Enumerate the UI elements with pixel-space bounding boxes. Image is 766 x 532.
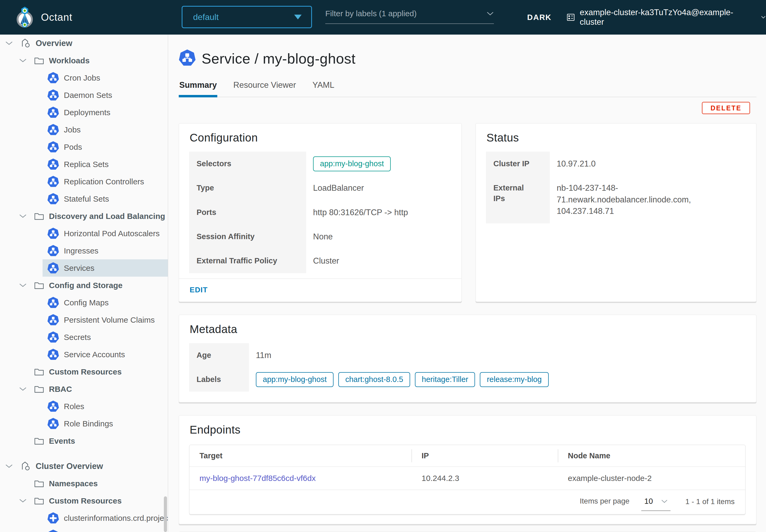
- sidebar-item-clusterinformations-crd-projec[interactable]: clusterinformations.crd.projec: [0, 509, 168, 527]
- daemon-sets-icon: [47, 89, 59, 101]
- status-card: Status Cluster IP10.97.21.0External IPsn…: [476, 123, 756, 302]
- services-icon: [47, 262, 59, 274]
- sidebar-item-stateful-sets[interactable]: Stateful Sets: [0, 190, 168, 207]
- sidebar-item-persistent-volume-claims[interactable]: Persistent Volume Claims: [0, 311, 168, 329]
- chevron-down-icon: [661, 499, 668, 504]
- sidebar-item-rbac[interactable]: RBAC: [0, 380, 168, 398]
- label-badge-heritage-tiller[interactable]: heritage:Tiller: [415, 372, 475, 387]
- stateful-sets-icon: [47, 193, 59, 205]
- sidebar-item-replica-sets[interactable]: Replica Sets: [0, 156, 168, 173]
- role-bindings-icon: [47, 418, 59, 430]
- tab-bar: SummaryResource ViewerYAML: [179, 76, 756, 97]
- sidebar-item-namespaces[interactable]: Namespaces: [0, 475, 168, 492]
- sidebar-item-label: Overview: [36, 39, 72, 48]
- sidebar-item-workloads[interactable]: Workloads: [0, 52, 168, 69]
- sidebar-item-label: Cron Jobs: [64, 73, 100, 82]
- sidebar-item-deployments[interactable]: Deployments: [0, 104, 168, 121]
- selectors-label: Selectors: [189, 152, 306, 176]
- chevron-down-icon[interactable]: [19, 58, 34, 63]
- csidrivers-csi-storage-k8s-io-icon: [47, 530, 59, 532]
- sidebar-item-horizontal-pod-autoscalers[interactable]: Horizontal Pod Autoscalers: [0, 225, 168, 242]
- sidebar-item-roles[interactable]: Roles: [0, 398, 168, 415]
- sidebar-item-label: Config Maps: [64, 298, 109, 307]
- sidebar-item-jobs[interactable]: Jobs: [0, 121, 168, 138]
- sidebar-item-custom-resources[interactable]: Custom Resources: [0, 492, 168, 509]
- sidebar-item-config-maps[interactable]: Config Maps: [0, 294, 168, 311]
- sidebar-item-label: Services: [64, 264, 94, 273]
- replica-sets-icon: [47, 159, 59, 170]
- sidebar-item-label: Custom Resources: [49, 367, 122, 376]
- page-title: Service / my-blog-ghost: [202, 50, 356, 67]
- sidebar-item-csidrivers-csi-storage-k8s-io[interactable]: csidrivers.csi.storage.k8s.io: [0, 527, 168, 532]
- sidebar-item-discovery-and-load-balancing[interactable]: Discovery and Load Balancing: [0, 207, 168, 225]
- sidebar-item-daemon-sets[interactable]: Daemon Sets: [0, 86, 168, 104]
- tab-summary[interactable]: Summary: [179, 76, 217, 97]
- labels-value: app:my-blog-ghostchart:ghost-8.0.5herita…: [256, 367, 746, 392]
- delete-button[interactable]: DELETE: [702, 102, 750, 114]
- sidebar-item-secrets[interactable]: Secrets: [0, 329, 168, 346]
- theme-toggle-button[interactable]: DARK: [513, 0, 552, 35]
- endpoint-target-link[interactable]: my-blog-ghost-77df85c6cd-vf6dx: [199, 474, 316, 483]
- selector-badge[interactable]: app:my-blog-ghost: [313, 156, 391, 171]
- moon-icon: [513, 13, 523, 22]
- overview-icon: [20, 38, 31, 49]
- sidebar-item-custom-resources[interactable]: Custom Resources: [0, 363, 168, 380]
- selectors-value: app:my-blog-ghost: [313, 152, 451, 176]
- sidebar-item-pods[interactable]: Pods: [0, 138, 168, 156]
- sidebar-item-label: Persistent Volume Claims: [64, 315, 155, 325]
- sidebar-item-events[interactable]: Events: [0, 432, 168, 450]
- secrets-icon: [47, 331, 59, 343]
- octant-logo-icon: [14, 6, 36, 29]
- config-and-storage-icon: [34, 281, 44, 290]
- node-name-cell: example-cluster-node-2: [558, 467, 745, 490]
- label-badge-release-my-blog[interactable]: release:my-blog: [480, 372, 548, 387]
- target-cell: my-blog-ghost-77df85c6cd-vf6dx: [189, 467, 411, 490]
- type-label: Type: [189, 176, 306, 200]
- sidebar-item-label: Replication Controllers: [64, 177, 144, 186]
- external-traffic-policy-label: External Traffic Policy: [189, 249, 306, 273]
- sidebar-item-label: Workloads: [49, 56, 90, 65]
- tab-resource-viewer[interactable]: Resource Viewer: [233, 76, 296, 97]
- events-icon: [34, 437, 44, 445]
- sidebar-item-cluster-overview[interactable]: Cluster Overview: [0, 458, 168, 475]
- chevron-down-icon[interactable]: [19, 498, 34, 503]
- cluster-context-dropdown[interactable]: example-cluster-ka3TuTzYo4a@example-clus…: [566, 0, 766, 35]
- chevron-down-icon[interactable]: [19, 387, 34, 391]
- config-maps-icon: [47, 297, 59, 309]
- sidebar-item-config-and-storage[interactable]: Config and Storage: [0, 277, 168, 294]
- jobs-icon: [47, 124, 59, 136]
- sidebar-item-services[interactable]: Services: [0, 259, 168, 277]
- sidebar-item-overview[interactable]: Overview: [0, 35, 168, 52]
- horizontal-pod-autoscalers-icon: [47, 228, 59, 239]
- namespace-dropdown[interactable]: default: [182, 6, 312, 28]
- column-header-target: Target: [189, 445, 411, 467]
- label-filter-input[interactable]: Filter by labels (1 applied): [325, 9, 494, 24]
- sidebar-item-label: Horizontal Pod Autoscalers: [64, 229, 160, 238]
- column-header-node-name: Node Name: [558, 445, 745, 467]
- cluster-overview-icon: [20, 461, 31, 472]
- chevron-down-icon[interactable]: [19, 214, 34, 218]
- edit-link[interactable]: EDIT: [190, 286, 208, 294]
- chevron-down-icon: [486, 11, 494, 16]
- chevron-down-icon[interactable]: [19, 283, 34, 288]
- label-badge-chart-ghost-8-0-5[interactable]: chart:ghost-8.0.5: [338, 372, 410, 387]
- sidebar-item-ingresses[interactable]: Ingresses: [0, 242, 168, 259]
- items-per-page-select[interactable]: 10: [641, 497, 671, 511]
- sidebar-item-label: Config and Storage: [49, 281, 123, 290]
- ip-cell: 10.244.2.3: [411, 467, 558, 490]
- label-badge-app-my-blog-ghost[interactable]: app:my-blog-ghost: [256, 372, 334, 387]
- type-value: LoadBalancer: [313, 176, 451, 200]
- sidebar-item-service-accounts[interactable]: Service Accounts: [0, 346, 168, 363]
- external-traffic-policy-value: Cluster: [313, 249, 451, 273]
- sidebar-item-replication-controllers[interactable]: Replication Controllers: [0, 173, 168, 190]
- sidebar-item-cron-jobs[interactable]: Cron Jobs: [0, 69, 168, 86]
- cluster-ip-label: Cluster IP: [486, 152, 550, 176]
- configuration-title: Configuration: [190, 131, 451, 144]
- tab-yaml[interactable]: YAML: [312, 76, 335, 97]
- chevron-down-icon[interactable]: [5, 41, 20, 45]
- dropdown-caret-icon: [294, 15, 302, 19]
- sidebar-item-role-bindings[interactable]: Role Bindings: [0, 415, 168, 432]
- custom-resources-icon: [34, 368, 44, 376]
- chevron-down-icon[interactable]: [5, 464, 20, 468]
- external-ips-label: External IPs: [486, 176, 550, 223]
